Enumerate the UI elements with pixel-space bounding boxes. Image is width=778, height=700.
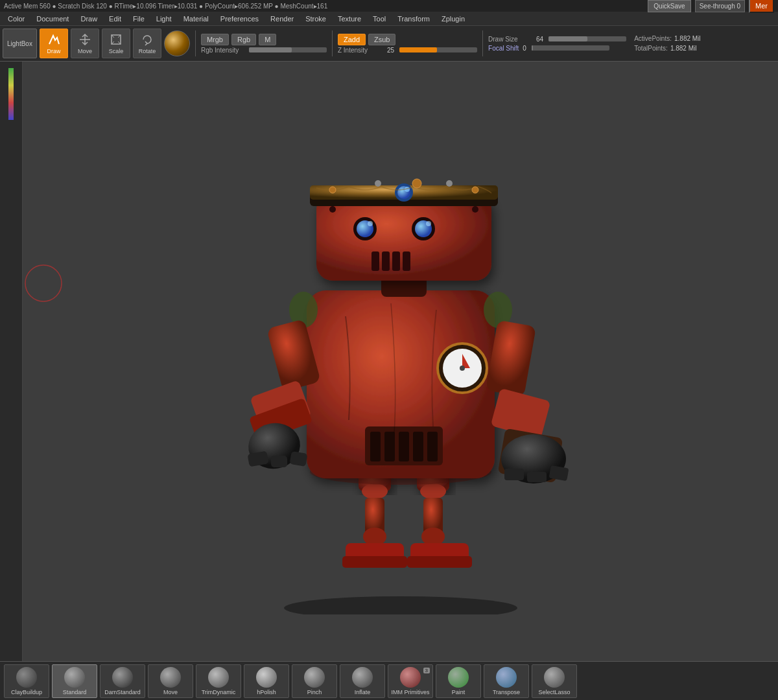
selectlasso-label: SelectLasso xyxy=(538,689,570,695)
total-points-value: 1.882 Mil xyxy=(670,45,697,52)
menu-stroke[interactable]: Stroke xyxy=(300,14,331,24)
see-through-button[interactable]: See-through 0 xyxy=(695,0,745,12)
svg-point-62 xyxy=(472,187,478,193)
brush-tool-standard[interactable]: Standard xyxy=(52,664,97,698)
transpose-icon xyxy=(496,667,517,688)
standard-label: Standard xyxy=(63,689,87,695)
rgb-intensity-slider[interactable] xyxy=(249,47,327,52)
selectlasso-icon xyxy=(544,667,565,688)
svg-rect-8 xyxy=(342,556,407,568)
svg-point-2 xyxy=(284,596,517,614)
menu-zplugin[interactable]: Zplugin xyxy=(436,14,470,24)
brush-tool-inflate[interactable]: Inflate xyxy=(340,664,385,698)
brush-tool-imm[interactable]: IMM Primitives3 xyxy=(388,664,433,698)
brush-tool-selectlasso[interactable]: SelectLasso xyxy=(532,664,577,698)
robot-container xyxy=(23,62,778,661)
title-text: Active Mem 560 ● Scratch Disk 120 ● RTim… xyxy=(4,3,327,10)
title-bar: Active Mem 560 ● Scratch Disk 120 ● RTim… xyxy=(0,0,778,12)
menu-file[interactable]: File xyxy=(128,14,150,24)
transpose-label: Transpose xyxy=(493,689,520,695)
brush-tool-trimdynamic[interactable]: TrimDynamic xyxy=(196,664,241,698)
imm-badge: 3 xyxy=(423,668,430,673)
rgb-intensity-fill xyxy=(249,47,292,52)
svg-rect-14 xyxy=(407,556,472,568)
z-intensity-value: 25 xyxy=(387,47,394,54)
canvas-area[interactable] xyxy=(23,62,778,661)
menu-tool[interactable]: Tool xyxy=(368,14,391,24)
z-intensity-label: Z Intensity xyxy=(338,47,383,54)
svg-rect-40 xyxy=(527,472,547,482)
menu-color[interactable]: Color xyxy=(3,14,30,24)
svg-point-55 xyxy=(426,221,431,226)
m-button[interactable]: M xyxy=(259,34,276,45)
svg-rect-32 xyxy=(271,456,287,467)
move-icon xyxy=(160,667,181,688)
zsub-button[interactable]: Zsub xyxy=(368,34,395,45)
menu-render[interactable]: Render xyxy=(265,14,299,24)
claybuildup-icon xyxy=(16,667,37,688)
paint-icon xyxy=(448,667,469,688)
inflate-label: Inflate xyxy=(355,689,371,695)
draw-size-label: Draw Size xyxy=(488,36,534,43)
brush-tool-hpolish[interactable]: hPolish xyxy=(244,664,289,698)
svg-point-10 xyxy=(420,484,446,499)
svg-point-52 xyxy=(368,221,373,226)
rgb-button[interactable]: Rgb xyxy=(231,34,256,45)
total-points-label: TotalPoints: xyxy=(634,45,668,52)
material-sphere[interactable] xyxy=(164,30,190,56)
move-tool-button[interactable]: Move xyxy=(71,29,99,58)
toolbar: LightBox Draw Move Scale Rotate Mrgb Rgb… xyxy=(0,26,778,62)
focal-shift-value: 0 xyxy=(523,45,526,52)
svg-point-4 xyxy=(362,484,388,499)
svg-point-12 xyxy=(421,528,445,546)
brush-tool-paint[interactable]: Paint xyxy=(436,664,481,698)
pinch-icon xyxy=(304,667,325,688)
svg-point-61 xyxy=(329,187,336,193)
scale-tool-button[interactable]: Scale xyxy=(102,29,130,58)
menu-draw[interactable]: Draw xyxy=(75,14,102,24)
svg-rect-47 xyxy=(382,251,390,271)
standard-icon xyxy=(64,667,85,688)
brush-tool-transpose[interactable]: Transpose xyxy=(484,664,529,698)
svg-rect-48 xyxy=(392,251,400,271)
menu-edit[interactable]: Edit xyxy=(104,14,126,24)
claybuildup-label: ClayBuildup xyxy=(11,689,42,695)
menu-right-button[interactable]: Mer xyxy=(749,0,774,13)
svg-point-25 xyxy=(460,366,465,371)
menu-preferences[interactable]: Preferences xyxy=(215,14,264,24)
menu-material[interactable]: Material xyxy=(178,14,214,24)
svg-rect-19 xyxy=(384,432,395,461)
rotate-tool-button[interactable]: Rotate xyxy=(133,29,161,58)
trimdynamic-label: TrimDynamic xyxy=(202,689,236,695)
svg-rect-22 xyxy=(427,432,438,461)
mrgb-button[interactable]: Mrgb xyxy=(201,34,229,45)
bottom-toolbar: ClayBuildupStandardDamStandardMoveTrimDy… xyxy=(0,661,778,700)
robot-svg xyxy=(190,109,611,614)
svg-rect-18 xyxy=(370,432,381,461)
lightbox-button[interactable]: LightBox xyxy=(3,29,37,58)
brush-tool-pinch[interactable]: Pinch xyxy=(292,664,337,698)
quicksave-button[interactable]: QuickSave xyxy=(648,0,690,12)
damstandard-icon xyxy=(112,667,133,688)
active-points-label: ActivePoints: xyxy=(634,35,672,42)
main-area: Shift+R xyxy=(0,62,778,661)
brush-tool-damstandard[interactable]: DamStandard xyxy=(100,664,145,698)
z-intensity-slider[interactable] xyxy=(399,47,477,52)
trimdynamic-icon xyxy=(208,667,229,688)
active-points-value: 1.882 Mil xyxy=(674,35,701,42)
svg-rect-49 xyxy=(403,251,410,271)
svg-point-64 xyxy=(446,180,453,187)
draw-size-fill xyxy=(548,36,587,41)
focal-shift-slider[interactable] xyxy=(532,45,609,51)
draw-tool-button[interactable]: Draw xyxy=(40,29,68,58)
menu-transform[interactable]: Transform xyxy=(392,14,435,24)
draw-size-value: 64 xyxy=(536,36,543,43)
brush-tool-move[interactable]: Move xyxy=(148,664,193,698)
zadd-button[interactable]: Zadd xyxy=(338,34,366,45)
brush-tool-claybuildup[interactable]: ClayBuildup xyxy=(4,664,49,698)
menu-light[interactable]: Light xyxy=(151,14,177,24)
menu-document[interactable]: Document xyxy=(31,14,74,24)
svg-point-63 xyxy=(412,179,421,188)
draw-size-slider[interactable] xyxy=(548,36,626,41)
menu-texture[interactable]: Texture xyxy=(333,14,366,24)
